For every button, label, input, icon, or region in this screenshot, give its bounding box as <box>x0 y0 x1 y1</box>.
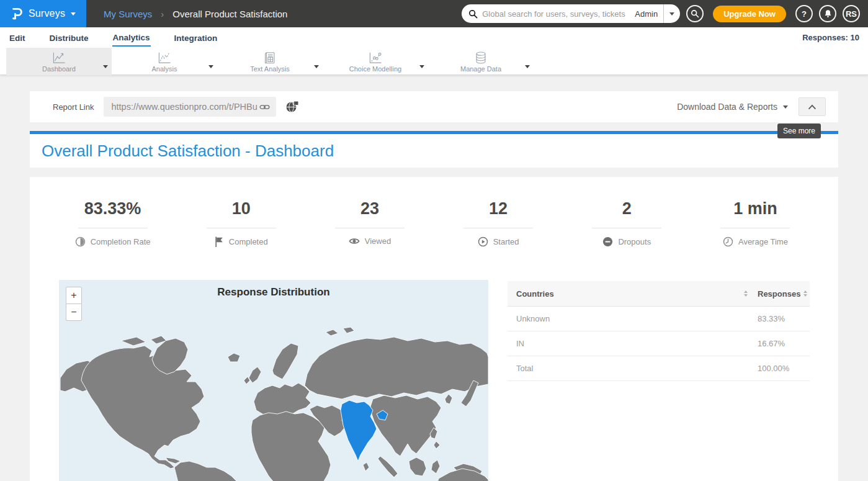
chevron-down-icon[interactable] <box>525 60 530 71</box>
toolbar-item-choice-modelling[interactable]: Choice Modelling <box>323 48 428 75</box>
map-landmass <box>409 457 426 476</box>
stat-label: Dropouts <box>618 237 651 246</box>
chevron-down-icon <box>71 12 76 16</box>
download-data-reports-label: Download Data & Reports <box>677 102 777 112</box>
tab-analytics[interactable]: Analytics <box>112 29 151 47</box>
eye-icon <box>349 236 360 246</box>
column-header-countries[interactable]: Countries <box>508 289 758 299</box>
tab-integration[interactable]: Integration <box>174 29 218 46</box>
map-landmass <box>272 343 298 379</box>
stat-started: 12 Started <box>434 199 563 249</box>
map-landmass <box>431 460 440 474</box>
document-grid-icon <box>262 50 277 65</box>
toolbar-item-label: Text Analysis <box>250 65 290 73</box>
dashboard-main-card: 83.33% Completion Rate 10 Completed <box>30 177 838 481</box>
divider <box>78 228 148 228</box>
countries-table-header: Countries Responses <box>508 281 810 307</box>
download-data-reports-dropdown[interactable]: Download Data & Reports <box>677 102 793 112</box>
product-switcher[interactable]: Surveys <box>0 0 86 27</box>
tab-edit[interactable]: Edit <box>9 29 26 46</box>
stat-value: 10 <box>177 199 305 218</box>
notifications-button[interactable] <box>819 5 836 22</box>
divider <box>335 228 405 228</box>
stat-value: 83.33% <box>48 199 177 218</box>
column-label: Countries <box>516 289 554 299</box>
link-icon[interactable] <box>259 102 271 112</box>
stat-value: 1 min <box>691 199 820 218</box>
report-link-field[interactable]: https://www.questionpro.com/t/PHBu <box>104 97 276 117</box>
toolbar-item-manage-data[interactable]: Manage Data <box>428 48 534 75</box>
survey-stats-row: 83.33% Completion Rate 10 Completed <box>30 177 838 249</box>
country-india[interactable] <box>341 400 377 461</box>
map-zoom-out-button[interactable]: − <box>66 303 82 321</box>
report-link-bar: Report Link https://www.questionpro.com/… <box>30 91 838 122</box>
avatar[interactable]: RS <box>843 5 860 22</box>
stat-label: Completed <box>229 237 268 246</box>
toolbar-item-label: Analysis <box>152 65 177 73</box>
map-landmass <box>445 394 452 404</box>
globe-lock-icon[interactable] <box>285 101 299 113</box>
global-search-input[interactable] <box>482 9 635 19</box>
map-landmass <box>326 330 338 336</box>
toolbar-item-dashboard[interactable]: Dashboard <box>6 48 112 75</box>
play-circle-icon <box>478 236 488 247</box>
chevron-down-icon <box>669 12 674 16</box>
table-row: IN 16.67% <box>508 331 810 356</box>
world-map[interactable] <box>59 305 488 481</box>
toolbar-item-text-analysis[interactable]: Text Analysis <box>217 48 323 75</box>
map-landmass <box>121 337 146 346</box>
toolbar-item-analysis[interactable]: Analysis <box>112 48 217 75</box>
search-icon <box>691 9 699 18</box>
chevron-down-icon[interactable] <box>314 60 319 71</box>
map-landmass-china <box>370 395 441 456</box>
stat-completed: 10 Completed <box>177 199 305 249</box>
stat-completion-rate: 83.33% Completion Rate <box>48 199 177 249</box>
divider <box>592 228 661 228</box>
help-button[interactable]: ? <box>795 5 813 22</box>
breadcrumb-my-surveys[interactable]: My Surveys <box>104 9 152 19</box>
chevron-down-icon[interactable] <box>103 60 108 71</box>
sort-icon <box>803 290 807 297</box>
clock-icon <box>723 236 733 247</box>
stat-value: 2 <box>563 199 691 218</box>
countries-table: Countries Responses Unknown 83.33% IN 16… <box>508 281 810 381</box>
toolbar-item-label: Choice Modelling <box>349 65 401 73</box>
chevron-down-icon <box>783 106 788 109</box>
map-landmass <box>363 462 369 471</box>
stat-average-time: 1 min Average Time <box>691 199 820 249</box>
help-label: ? <box>802 9 807 19</box>
stat-dropouts: 2 Dropouts <box>563 199 691 249</box>
report-bar-actions: Download Data & Reports <box>677 97 826 116</box>
breadcrumb-separator: › <box>161 9 164 19</box>
table-row: Total 100.00% <box>508 356 810 381</box>
flag-icon <box>215 236 224 247</box>
analytics-toolbar: Dashboard Analysis Text Analysis <box>0 48 868 75</box>
minus-circle-icon <box>602 236 613 247</box>
breadcrumb: My Surveys › Overall Product Satisfactio… <box>104 9 287 19</box>
see-more-toggle-button[interactable] <box>799 97 826 116</box>
map-landmass-north-america <box>81 346 204 469</box>
column-header-responses[interactable]: Responses <box>758 289 810 299</box>
search-scope-dropdown[interactable] <box>663 4 680 23</box>
country-name: Unknown <box>508 314 758 323</box>
global-search[interactable]: Admin <box>462 4 680 23</box>
chevron-down-icon[interactable] <box>419 60 424 71</box>
map-zoom-controls: + − <box>66 287 82 321</box>
map-landmass <box>378 456 398 477</box>
completion-rate-icon <box>75 236 86 247</box>
country-name: Total <box>508 364 758 373</box>
avatar-initials: RS <box>846 9 857 19</box>
bell-icon <box>823 9 833 19</box>
stat-label: Viewed <box>365 236 391 246</box>
upgrade-now-button[interactable]: Upgrade Now <box>713 6 786 22</box>
table-row: Unknown 83.33% <box>508 307 810 331</box>
chevron-down-icon[interactable] <box>208 60 213 71</box>
divider <box>463 228 533 228</box>
stat-value: 12 <box>434 199 563 218</box>
top-header-bar: Surveys My Surveys › Overall Product Sat… <box>0 0 868 27</box>
tab-distribute[interactable]: Distribute <box>49 29 89 46</box>
advanced-search-button[interactable] <box>686 5 704 22</box>
map-zoom-in-button[interactable]: + <box>66 287 82 304</box>
country-responses: 83.33% <box>758 314 810 323</box>
map-landmass <box>228 353 240 362</box>
